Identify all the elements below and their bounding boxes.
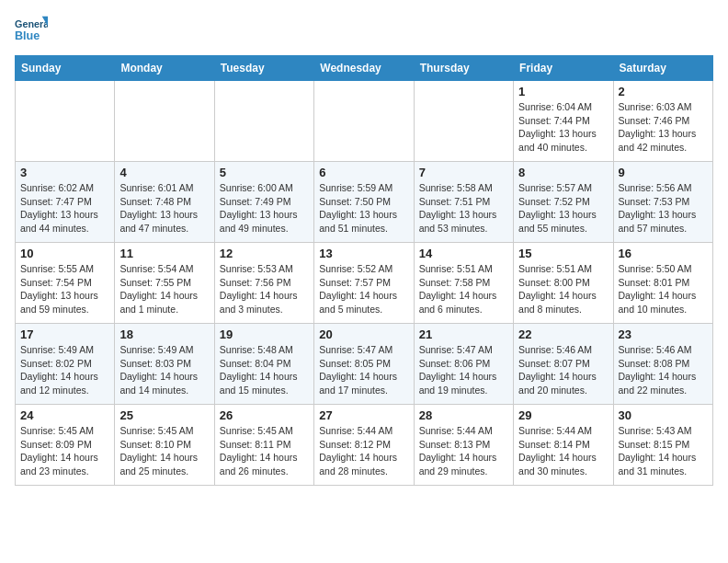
calendar-cell: 1Sunrise: 6:04 AM Sunset: 7:44 PM Daylig… bbox=[514, 81, 613, 162]
calendar-week-row: 3Sunrise: 6:02 AM Sunset: 7:47 PM Daylig… bbox=[16, 162, 713, 243]
day-number: 27 bbox=[319, 408, 408, 422]
calendar-cell: 9Sunrise: 5:56 AM Sunset: 7:53 PM Daylig… bbox=[613, 162, 712, 243]
calendar-cell: 20Sunrise: 5:47 AM Sunset: 8:05 PM Dayli… bbox=[314, 324, 414, 405]
day-number: 1 bbox=[518, 85, 608, 98]
day-number: 23 bbox=[619, 327, 708, 341]
calendar-cell bbox=[214, 81, 313, 162]
calendar-cell: 2Sunrise: 6:03 AM Sunset: 7:46 PM Daylig… bbox=[613, 81, 712, 162]
calendar-week-row: 24Sunrise: 5:45 AM Sunset: 8:09 PM Dayli… bbox=[16, 405, 713, 486]
day-info: Sunrise: 5:44 AM Sunset: 8:13 PM Dayligh… bbox=[419, 424, 508, 478]
day-number: 6 bbox=[319, 166, 408, 179]
logo-icon: GeneralBlue bbox=[15, 15, 48, 48]
calendar-header-row: SundayMondayTuesdayWednesdayThursdayFrid… bbox=[16, 56, 713, 81]
day-info: Sunrise: 5:46 AM Sunset: 8:08 PM Dayligh… bbox=[619, 343, 708, 397]
svg-text:Blue: Blue bbox=[15, 29, 40, 42]
day-number: 13 bbox=[319, 247, 408, 260]
day-number: 14 bbox=[419, 247, 508, 260]
day-number: 8 bbox=[518, 166, 608, 179]
day-number: 3 bbox=[20, 166, 109, 179]
calendar-cell: 29Sunrise: 5:44 AM Sunset: 8:14 PM Dayli… bbox=[514, 405, 613, 486]
calendar-cell: 5Sunrise: 6:00 AM Sunset: 7:49 PM Daylig… bbox=[214, 162, 313, 243]
day-number: 10 bbox=[20, 247, 109, 260]
calendar-cell bbox=[16, 81, 115, 162]
calendar-cell: 26Sunrise: 5:45 AM Sunset: 8:11 PM Dayli… bbox=[214, 405, 313, 486]
day-number: 18 bbox=[119, 327, 209, 341]
day-info: Sunrise: 5:47 AM Sunset: 8:05 PM Dayligh… bbox=[319, 343, 408, 397]
day-info: Sunrise: 5:47 AM Sunset: 8:06 PM Dayligh… bbox=[419, 343, 508, 397]
calendar-cell: 6Sunrise: 5:59 AM Sunset: 7:50 PM Daylig… bbox=[314, 162, 414, 243]
day-info: Sunrise: 5:50 AM Sunset: 8:01 PM Dayligh… bbox=[619, 262, 708, 316]
day-number: 25 bbox=[119, 408, 209, 422]
day-number: 28 bbox=[419, 408, 508, 422]
svg-text:General: General bbox=[15, 18, 48, 29]
calendar-cell: 15Sunrise: 5:51 AM Sunset: 8:00 PM Dayli… bbox=[514, 243, 613, 324]
calendar-cell: 21Sunrise: 5:47 AM Sunset: 8:06 PM Dayli… bbox=[414, 324, 513, 405]
day-info: Sunrise: 5:48 AM Sunset: 8:04 PM Dayligh… bbox=[220, 343, 309, 397]
day-info: Sunrise: 5:44 AM Sunset: 8:12 PM Dayligh… bbox=[319, 424, 408, 478]
calendar-cell bbox=[115, 81, 214, 162]
weekday-header: Thursday bbox=[414, 56, 513, 81]
day-number: 17 bbox=[20, 327, 109, 341]
day-number: 4 bbox=[119, 166, 209, 179]
day-info: Sunrise: 5:45 AM Sunset: 8:10 PM Dayligh… bbox=[119, 424, 209, 478]
day-number: 5 bbox=[220, 166, 309, 179]
day-number: 15 bbox=[518, 247, 608, 260]
day-info: Sunrise: 5:51 AM Sunset: 7:58 PM Dayligh… bbox=[419, 262, 508, 316]
calendar-week-row: 10Sunrise: 5:55 AM Sunset: 7:54 PM Dayli… bbox=[16, 243, 713, 324]
day-info: Sunrise: 6:01 AM Sunset: 7:48 PM Dayligh… bbox=[119, 181, 209, 236]
calendar-cell: 23Sunrise: 5:46 AM Sunset: 8:08 PM Dayli… bbox=[613, 324, 712, 405]
day-number: 30 bbox=[619, 408, 708, 422]
day-info: Sunrise: 5:59 AM Sunset: 7:50 PM Dayligh… bbox=[319, 181, 408, 236]
day-info: Sunrise: 6:04 AM Sunset: 7:44 PM Dayligh… bbox=[518, 100, 608, 155]
day-info: Sunrise: 5:51 AM Sunset: 8:00 PM Dayligh… bbox=[518, 262, 608, 316]
day-info: Sunrise: 5:54 AM Sunset: 7:55 PM Dayligh… bbox=[119, 262, 209, 316]
logo: GeneralBlue bbox=[15, 15, 48, 48]
day-info: Sunrise: 5:46 AM Sunset: 8:07 PM Dayligh… bbox=[518, 343, 608, 397]
calendar-week-row: 1Sunrise: 6:04 AM Sunset: 7:44 PM Daylig… bbox=[16, 81, 713, 162]
calendar-cell: 17Sunrise: 5:49 AM Sunset: 8:02 PM Dayli… bbox=[16, 324, 115, 405]
day-info: Sunrise: 5:44 AM Sunset: 8:14 PM Dayligh… bbox=[518, 424, 608, 478]
day-number: 19 bbox=[220, 327, 309, 341]
day-info: Sunrise: 5:57 AM Sunset: 7:52 PM Dayligh… bbox=[518, 181, 608, 236]
weekday-header: Tuesday bbox=[214, 56, 313, 81]
calendar-cell: 3Sunrise: 6:02 AM Sunset: 7:47 PM Daylig… bbox=[16, 162, 115, 243]
weekday-header: Friday bbox=[514, 56, 613, 81]
calendar-cell: 13Sunrise: 5:52 AM Sunset: 7:57 PM Dayli… bbox=[314, 243, 414, 324]
day-info: Sunrise: 6:03 AM Sunset: 7:46 PM Dayligh… bbox=[619, 100, 708, 155]
calendar-cell: 12Sunrise: 5:53 AM Sunset: 7:56 PM Dayli… bbox=[214, 243, 313, 324]
calendar-cell: 14Sunrise: 5:51 AM Sunset: 7:58 PM Dayli… bbox=[414, 243, 513, 324]
day-number: 9 bbox=[619, 166, 708, 179]
calendar-cell: 28Sunrise: 5:44 AM Sunset: 8:13 PM Dayli… bbox=[414, 405, 513, 486]
page-header: GeneralBlue bbox=[15, 15, 713, 48]
weekday-header: Saturday bbox=[613, 56, 712, 81]
weekday-header: Monday bbox=[115, 56, 214, 81]
day-number: 2 bbox=[619, 85, 708, 98]
day-number: 24 bbox=[20, 408, 109, 422]
calendar-cell: 18Sunrise: 5:49 AM Sunset: 8:03 PM Dayli… bbox=[115, 324, 214, 405]
weekday-header: Wednesday bbox=[314, 56, 414, 81]
day-info: Sunrise: 5:56 AM Sunset: 7:53 PM Dayligh… bbox=[619, 181, 708, 236]
calendar-cell: 30Sunrise: 5:43 AM Sunset: 8:15 PM Dayli… bbox=[613, 405, 712, 486]
day-info: Sunrise: 5:53 AM Sunset: 7:56 PM Dayligh… bbox=[220, 262, 309, 316]
calendar-cell: 22Sunrise: 5:46 AM Sunset: 8:07 PM Dayli… bbox=[514, 324, 613, 405]
day-number: 16 bbox=[619, 247, 708, 260]
calendar-cell: 25Sunrise: 5:45 AM Sunset: 8:10 PM Dayli… bbox=[115, 405, 214, 486]
day-info: Sunrise: 5:45 AM Sunset: 8:11 PM Dayligh… bbox=[220, 424, 309, 478]
calendar-table: SundayMondayTuesdayWednesdayThursdayFrid… bbox=[15, 55, 713, 486]
calendar-cell: 24Sunrise: 5:45 AM Sunset: 8:09 PM Dayli… bbox=[16, 405, 115, 486]
calendar-cell: 11Sunrise: 5:54 AM Sunset: 7:55 PM Dayli… bbox=[115, 243, 214, 324]
day-number: 20 bbox=[319, 327, 408, 341]
calendar-cell: 7Sunrise: 5:58 AM Sunset: 7:51 PM Daylig… bbox=[414, 162, 513, 243]
calendar-cell: 27Sunrise: 5:44 AM Sunset: 8:12 PM Dayli… bbox=[314, 405, 414, 486]
calendar-cell: 10Sunrise: 5:55 AM Sunset: 7:54 PM Dayli… bbox=[16, 243, 115, 324]
day-info: Sunrise: 5:49 AM Sunset: 8:03 PM Dayligh… bbox=[119, 343, 209, 397]
calendar-cell: 16Sunrise: 5:50 AM Sunset: 8:01 PM Dayli… bbox=[613, 243, 712, 324]
day-info: Sunrise: 5:58 AM Sunset: 7:51 PM Dayligh… bbox=[419, 181, 508, 236]
day-info: Sunrise: 6:00 AM Sunset: 7:49 PM Dayligh… bbox=[220, 181, 309, 236]
day-info: Sunrise: 5:55 AM Sunset: 7:54 PM Dayligh… bbox=[20, 262, 109, 316]
calendar-cell bbox=[314, 81, 414, 162]
day-number: 22 bbox=[518, 327, 608, 341]
day-number: 26 bbox=[220, 408, 309, 422]
day-info: Sunrise: 5:43 AM Sunset: 8:15 PM Dayligh… bbox=[619, 424, 708, 478]
day-info: Sunrise: 5:52 AM Sunset: 7:57 PM Dayligh… bbox=[319, 262, 408, 316]
